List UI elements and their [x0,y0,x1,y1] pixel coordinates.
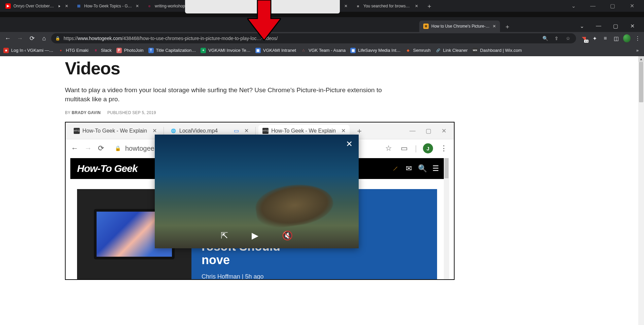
bookmarks-overflow-icon[interactable]: » [634,48,641,53]
hero-byline: Chris Hoffman | 5h ago [202,273,430,279]
foreground-window-tab-strip: H How to Use Chrome's Picture-in… ✕ ＋ ⌄ … [0,17,644,32]
maximize-icon[interactable]: ▢ [609,21,622,31]
browser-tab[interactable]: ■ You searched for browser g ✕ [352,1,423,11]
extension-icon[interactable]: ◥13 [580,35,587,42]
tab-title: You searched for browser g [363,4,411,8]
lock-icon: 🔒 [115,145,121,151]
bookmark-star-icon[interactable]: ☆ [564,36,572,41]
pip-ext-icon: ▭ [399,144,409,153]
extension-badge: 13 [584,40,588,43]
favicon-icon: ¤ [147,3,152,9]
by-prefix: BY [65,110,70,115]
favicon-icon: ▦ [76,3,81,9]
close-tab-icon[interactable]: ✕ [64,3,69,9]
forward-icon: → [84,144,92,153]
play-icon[interactable]: ▶ [252,230,258,241]
bookmarks-bar: ■Log In ‹ VGKami —… ●HTG Emaki ¤Slack PP… [0,45,644,56]
bookmark-item[interactable]: ∴VGK Team - Asana [301,48,346,53]
minimize-icon[interactable]: — [586,1,600,11]
lock-icon[interactable]: 🔒 [55,36,60,41]
close-tab-icon[interactable]: ✕ [414,3,419,9]
search-icon[interactable]: 🔍 [541,36,549,41]
outer-window-controls: ⌄ — ▢ ✕ [567,1,642,11]
bookmark-item[interactable]: 🔗Link Cleaner [435,48,468,53]
bookmark-item[interactable]: ▦VGKAMI Intranet [255,48,296,53]
minimize-icon[interactable]: — [592,21,605,31]
pip-indicator-icon: ▭ [234,128,239,134]
search-icon: 🔍 [416,164,429,173]
close-window-icon[interactable]: ✕ [625,1,639,11]
back-button[interactable]: ← [3,33,13,43]
bookmark-item[interactable]: +VGKAMI Invoice Te… [201,48,250,53]
bookmark-item[interactable]: PPhotoJoin [116,48,144,53]
close-icon: ✕ [244,128,249,134]
new-tab-button[interactable]: ＋ [503,22,512,31]
scroll-up-icon[interactable]: ▲ [638,56,644,62]
maximize-icon: ▢ [426,127,431,135]
bookmark-item[interactable]: ■Log In ‹ VGKami —… [3,48,53,53]
hamburger-icon: ☰ [429,164,442,173]
kebab-menu-icon[interactable]: ⋮ [634,35,641,42]
star-icon: ☆ [384,144,393,153]
bookmark-item[interactable]: ▦LifeSavvy Media Int… [350,48,400,53]
article-meta: BY BRADY GAVIN PUBLISHED SEP 5, 2019 [65,110,458,115]
picture-in-picture-window[interactable]: ✕ ⇱ ▶ 🔇 [155,135,359,248]
annotation-arrow-icon [247,0,281,40]
favicon-icon: ▶ [5,3,11,9]
sidepanel-icon[interactable]: ◫ [612,35,620,42]
article-title: Videos [65,58,458,78]
obscured-toolbar [0,12,644,17]
close-tab-icon[interactable]: ✕ [343,3,349,9]
rss-icon: ⟋ [389,164,402,173]
kebab-icon: ⋮ [439,144,449,153]
audio-icon[interactable]: 🕨 [58,4,61,8]
bookmark-item[interactable]: ●HTG Emaki [58,48,88,53]
bookmark-item[interactable]: WIXDashboard | Wix.com [472,48,522,53]
share-icon[interactable]: ⇪ [552,36,561,41]
hero-window-controls: —▢✕ [409,127,450,135]
reading-list-icon[interactable]: ≡ [602,35,609,42]
chevron-down-icon[interactable]: ⌄ [575,21,588,31]
browser-tab[interactable]: ▦ How-To Geek Topics - Goo ✕ [73,1,143,11]
bookmark-item[interactable]: ¤Slack [93,48,112,53]
volume-icon[interactable]: 🔇 [282,230,293,241]
back-icon: ← [71,144,78,153]
forward-button[interactable]: → [15,33,25,43]
close-icon: ✕ [441,127,446,135]
reload-button[interactable]: ⟳ [27,33,37,43]
favicon-icon: ■ [355,3,361,9]
browser-toolbar: ← → ⟳ ⌂ 🔒 https://www.howtogeek.com/4384… [0,32,644,45]
maximize-icon[interactable]: ▢ [606,1,619,11]
pip-return-icon[interactable]: ⇱ [221,230,228,241]
reload-icon: ⟳ [98,144,104,153]
new-tab-button[interactable]: ＋ [425,1,434,11]
close-window-icon[interactable]: ✕ [626,21,639,31]
author-link[interactable]: BRADY GAVIN [72,110,101,115]
tab-title: Onryo Over October - T [13,4,55,8]
page-scrollbar[interactable]: ▲ [638,56,644,325]
address-bar[interactable]: 🔒 https://www.howtogeek.com/438468/how-t… [51,33,576,43]
favicon-icon: H [423,24,429,29]
browser-tab[interactable]: ▶ Onryo Over October - T 🕨 ✕ [2,1,73,11]
scroll-thumb[interactable] [639,62,643,102]
close-icon: ✕ [152,128,157,134]
pip-controls: ⇱ ▶ 🔇 [155,230,359,241]
close-tab-icon[interactable]: ✕ [135,3,140,9]
pip-close-icon[interactable]: ✕ [346,139,353,149]
tab-title: How to Use Chrome's Picture-in… [431,24,490,29]
active-browser-tab[interactable]: H How to Use Chrome's Picture-in… ✕ [419,21,500,32]
hero-tab: HTGHow-To Geek - We Explain✕ [70,125,161,137]
chevron-down-icon[interactable]: ⌄ [567,1,580,11]
article-lede: Want to play a video from your local sto… [65,86,405,104]
profile-avatar[interactable] [623,35,631,42]
foreground-window-controls: ⌄ — ▢ ✕ [575,21,641,31]
tab-title: How-To Geek Topics - Goo [84,4,132,8]
extensions-area: ◥13 ✦ ≡ ◫ ⋮ [580,35,641,42]
close-tab-icon[interactable]: ✕ [493,24,496,29]
bookmark-item[interactable]: TTitle Capitalization… [148,48,196,53]
video-content [253,180,335,231]
hero-site-logo: How-To Geek [77,163,138,174]
home-button[interactable]: ⌂ [39,33,49,43]
extensions-puzzle-icon[interactable]: ✦ [591,35,598,42]
bookmark-item[interactable]: ◆Semrush [405,48,431,53]
